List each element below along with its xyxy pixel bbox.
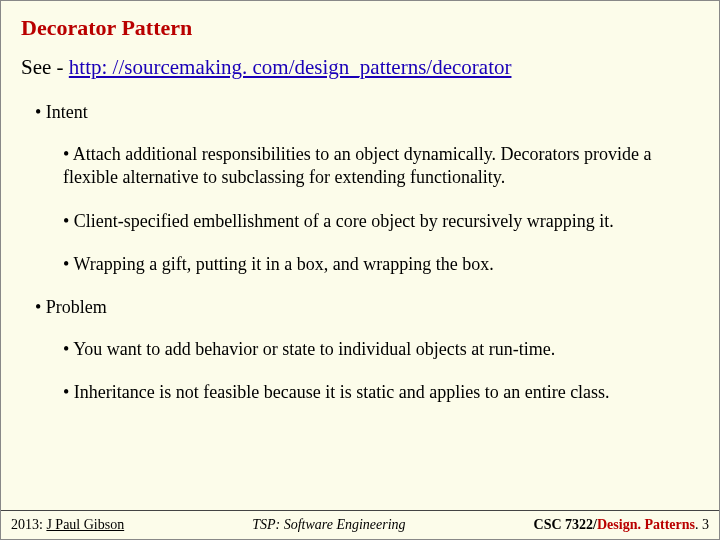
footer-topic: Design. Patterns (597, 517, 695, 532)
list-item: You want to add behavior or state to ind… (63, 338, 699, 361)
footer-left: 2013: J Paul Gibson (11, 517, 124, 533)
footer-center-prefix: TSP: (252, 517, 284, 532)
footer-right: CSC 7322/Design. Patterns. 3 (534, 517, 709, 533)
footer-center: TSP: Software Engineering (124, 517, 533, 533)
problem-list: You want to add behavior or state to ind… (63, 338, 699, 405)
footer-author: J Paul Gibson (46, 517, 124, 532)
footer: 2013: J Paul Gibson TSP: Software Engine… (1, 517, 719, 533)
intent-heading: Intent Attach additional responsibilitie… (35, 102, 699, 277)
footer-center-rest: Software Engineering (284, 517, 406, 532)
problem-heading: Problem You want to add behavior or stat… (35, 297, 699, 405)
list-item: Inheritance is not feasible because it i… (63, 381, 699, 404)
see-line: See - http: //sourcemaking. com/design_p… (21, 55, 699, 80)
intent-label: Intent (46, 102, 88, 122)
see-prefix: See - (21, 55, 69, 79)
source-link[interactable]: http: //sourcemaking. com/design_pattern… (69, 55, 512, 79)
slide-title: Decorator Pattern (21, 15, 699, 41)
footer-rule (1, 510, 719, 511)
intent-list: Attach additional responsibilities to an… (63, 143, 699, 277)
problem-label: Problem (46, 297, 107, 317)
list-item: Client-specified embellishment of a core… (63, 210, 699, 233)
content-list: Intent Attach additional responsibilitie… (35, 102, 699, 404)
slide: Decorator Pattern See - http: //sourcema… (1, 1, 719, 539)
footer-course: CSC 7322/ (534, 517, 597, 532)
list-item: Attach additional responsibilities to an… (63, 143, 699, 190)
footer-year: 2013: (11, 517, 46, 532)
footer-page-prefix: . (695, 517, 702, 532)
list-item: Wrapping a gift, putting it in a box, an… (63, 253, 699, 276)
footer-page-number: 3 (702, 517, 709, 532)
